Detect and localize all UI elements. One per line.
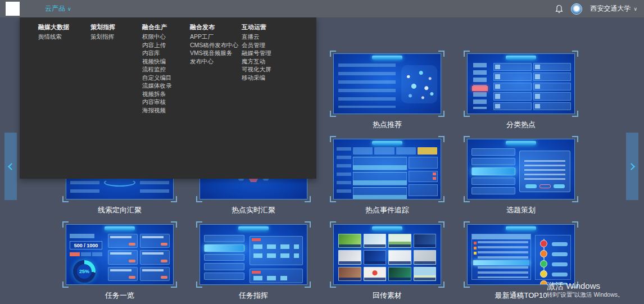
dashboard-preview xyxy=(467,224,575,285)
menu-item[interactable]: 流媒体收录 xyxy=(142,81,190,90)
card-decor xyxy=(493,72,532,80)
timeline-panel-decor xyxy=(535,235,571,280)
thumbnail-category-hot[interactable] xyxy=(464,51,578,117)
dashboard-preview xyxy=(333,139,441,199)
card-decor xyxy=(533,92,572,100)
menu-item[interactable]: 权限中心 xyxy=(142,33,190,41)
thumbnail-event-tracking[interactable] xyxy=(330,136,445,202)
bell-icon[interactable] xyxy=(555,4,563,13)
carousel-next-button[interactable] xyxy=(626,133,638,200)
menu-item[interactable]: 会员管理 xyxy=(242,41,309,49)
user-menu[interactable]: 西安交通大学 ∨ xyxy=(590,4,637,13)
menu-item[interactable]: 融媒号管理 xyxy=(242,49,309,57)
button-decor xyxy=(554,184,565,188)
menu-header: 策划指挥 xyxy=(90,23,142,31)
stat-boxes-decor xyxy=(353,147,437,155)
app-logo xyxy=(6,2,20,16)
dashboard-preview: 500 / 1000 25% xyxy=(66,224,174,285)
tab-decor xyxy=(81,252,91,256)
dashboard-preview xyxy=(333,53,441,114)
menu-column-production: 融合生产 权限中心 内容上传 内容库 视频快编 流程监控 自定义编目 流媒体收录… xyxy=(142,23,190,179)
carousel-prev-button[interactable] xyxy=(4,133,17,200)
flow-nodes-decor xyxy=(253,253,299,258)
menu-column-publishing: 融合发布 APP工厂 CMS稿件发布中心 VMS视音频服务 发布中心 xyxy=(190,23,242,179)
chevron-down-icon: ∨ xyxy=(633,6,637,12)
task-card-decor xyxy=(140,267,170,281)
gallery-caption: 任务指挥 xyxy=(196,291,311,300)
chart-strip-decor xyxy=(353,187,407,199)
menu-item[interactable]: VMS视音频服务 xyxy=(190,49,242,57)
menu-item[interactable]: 自定义编目 xyxy=(142,74,190,82)
photo-tile xyxy=(364,234,387,248)
thumbnail-task-overview[interactable]: 500 / 1000 25% xyxy=(62,221,177,288)
detail-panel-decor xyxy=(519,151,570,192)
thumbnail-latest-top10[interactable] xyxy=(464,221,578,288)
button-outline-decor xyxy=(539,184,551,188)
chevron-left-icon xyxy=(8,163,15,170)
menu-header: 互动运营 xyxy=(242,23,309,31)
menu-item[interactable]: 舆情线索 xyxy=(38,33,90,41)
selected-row-decor xyxy=(473,260,529,265)
menu-item[interactable]: 直播云 xyxy=(242,33,309,41)
rank-badge-orange xyxy=(474,247,477,249)
photo-tile xyxy=(388,234,411,248)
thumbnail-task-command[interactable] xyxy=(196,221,311,288)
menu-item[interactable]: 可视化大屏 xyxy=(242,65,309,74)
side-list-decor xyxy=(337,147,351,196)
gallery-caption: 热点实时汇聚 xyxy=(196,206,311,215)
task-card-decor xyxy=(140,250,170,264)
menu-item[interactable]: 魔方互动 xyxy=(242,57,309,66)
menu-header: 融合发布 xyxy=(190,23,242,31)
text-lines-decor xyxy=(524,160,565,183)
windows-activation-watermark: 激活 Windows 转到“设置”以激活 Windows。 xyxy=(547,281,624,298)
card-grid-decor xyxy=(493,63,571,110)
rank-badge-yellow xyxy=(474,252,477,255)
photo-tile xyxy=(338,250,361,264)
university-name: 西安交通大学 xyxy=(590,4,631,13)
menu-item[interactable]: 内容上传 xyxy=(142,41,190,49)
cloud-product-menu[interactable]: 云产品 ∨ xyxy=(45,0,71,17)
tab-decor xyxy=(70,252,80,256)
panel-decor xyxy=(409,184,438,196)
menu-item[interactable]: 视频快编 xyxy=(142,57,190,66)
menu-item[interactable]: 视频拆条 xyxy=(142,90,190,98)
list-row-selected-decor xyxy=(471,167,515,175)
thumbnail-material-upload[interactable] xyxy=(330,221,445,288)
card-decor xyxy=(493,83,532,90)
photo-tile xyxy=(364,250,387,264)
thumbnail-topic-planning[interactable] xyxy=(464,136,578,202)
list-row-selected-decor xyxy=(204,244,244,252)
menu-column-interaction: 互动运营 直播云 会员管理 融媒号管理 魔方互动 可视化大屏 移动采编 xyxy=(242,23,309,179)
stat-box-decor xyxy=(353,147,373,155)
timeline-node-decor xyxy=(540,270,547,278)
flow-nodes-decor xyxy=(253,276,287,280)
gallery-item-task-command: 任务指挥 xyxy=(196,221,311,301)
menu-item[interactable]: 内容审核 xyxy=(142,98,190,106)
menu-item[interactable]: 流程监控 xyxy=(142,65,190,74)
chevron-down-icon: ∨ xyxy=(67,6,71,12)
menu-item[interactable]: 海报视频 xyxy=(142,106,190,115)
chart-strip-decor xyxy=(353,157,407,170)
gallery-item-topic-planning: 选题策划 xyxy=(464,136,578,216)
list-row-decor xyxy=(471,178,515,185)
gallery-item-task-overview: 500 / 1000 25% 任务一览 xyxy=(62,221,177,301)
gallery-caption: 选题策划 xyxy=(464,206,578,215)
menu-item[interactable]: 策划指挥 xyxy=(90,33,142,41)
donut-percent-label: 25% xyxy=(73,260,96,283)
menu-item[interactable]: 发布中心 xyxy=(190,57,242,66)
table-rows-decor xyxy=(478,241,528,278)
task-cards-decor xyxy=(108,234,170,281)
chevron-right-icon xyxy=(628,163,635,170)
list-row-decor xyxy=(204,263,244,270)
tag-decor xyxy=(70,234,94,238)
photo-tile xyxy=(338,234,361,248)
gallery-item-event-tracking: 热点事件追踪 xyxy=(330,136,445,216)
menu-item[interactable]: CMS稿件发布中心 xyxy=(190,41,242,49)
university-logo-avatar[interactable] xyxy=(571,3,582,15)
menu-item[interactable]: 移动采编 xyxy=(242,74,309,82)
menu-item[interactable]: 内容库 xyxy=(142,49,190,57)
active-category-decor xyxy=(472,86,488,91)
menu-item[interactable]: APP工厂 xyxy=(190,33,242,41)
gallery-caption: 线索定向汇聚 xyxy=(62,206,177,215)
thumbnail-hot-recommend[interactable] xyxy=(330,51,445,117)
